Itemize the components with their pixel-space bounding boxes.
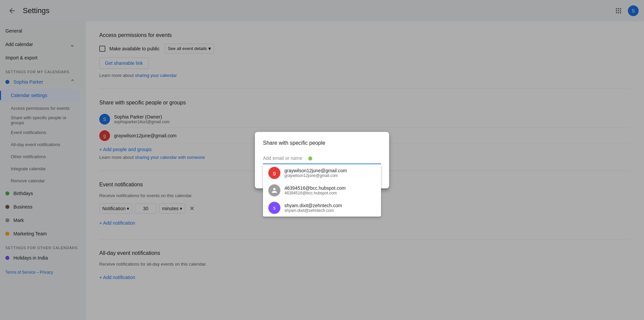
modal-email-input[interactable] [263, 153, 381, 164]
suggestion-name-3: shyam.dixit@zehntech.com [284, 203, 376, 208]
modal-overlay: Share with specific people g graywilson1… [0, 0, 644, 320]
share-modal: Share with specific people g graywilson1… [255, 132, 389, 188]
suggestion-email-2: 46394516@bcc.hubspot.com [284, 191, 376, 195]
suggestion-item-2[interactable]: 46394516@bcc.hubspot.com 46394516@bcc.hu… [263, 182, 381, 199]
suggestion-item-3[interactable]: s shyam.dixit@zehntech.com shyam.dixit@z… [263, 199, 381, 217]
modal-title: Share with specific people [263, 140, 381, 146]
suggestion-name-1: graywilson12june@gmail.com [284, 168, 376, 173]
suggestion-avatar-2 [268, 184, 280, 196]
suggestion-info-3: shyam.dixit@zehntech.com shyam.dixit@zeh… [284, 203, 376, 213]
suggestion-email-3: shyam.dixit@zehntech.com [284, 208, 376, 213]
suggestion-info-1: graywilson12june@gmail.com graywilson12j… [284, 168, 376, 178]
suggestion-info-2: 46394516@bcc.hubspot.com 46394516@bcc.hu… [284, 185, 376, 195]
suggestion-item-1[interactable]: g graywilson12june@gmail.com graywilson1… [263, 164, 381, 182]
suggestion-avatar-1: g [268, 167, 280, 179]
suggestion-email-1: graywilson12june@gmail.com [284, 173, 376, 178]
suggestion-name-2: 46394516@bcc.hubspot.com [284, 185, 376, 191]
suggestion-avatar-3: s [268, 202, 280, 214]
modal-input-wrapper: g graywilson12june@gmail.com graywilson1… [263, 153, 381, 164]
suggestions-dropdown: g graywilson12june@gmail.com graywilson1… [263, 164, 381, 217]
